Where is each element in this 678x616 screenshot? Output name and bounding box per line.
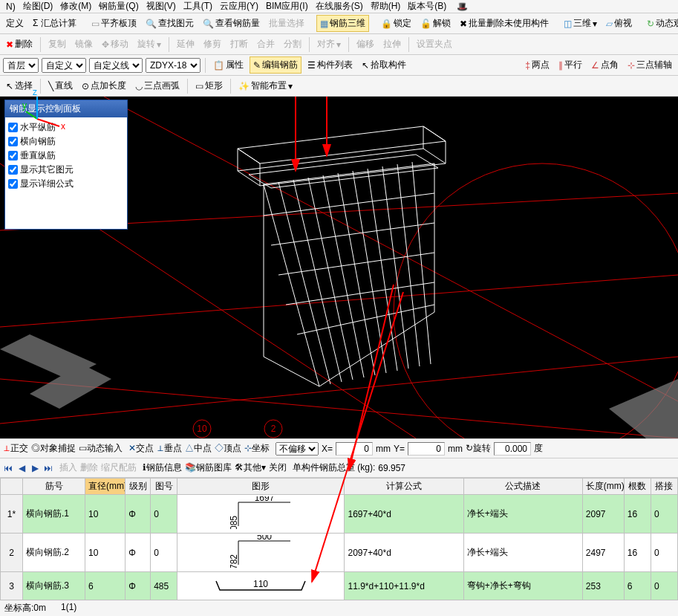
dynamic-view-button[interactable]: ↻动态观 (644, 16, 678, 31)
view-3d-button[interactable]: ◫三维▾ (561, 16, 600, 31)
status-toolbar: ⊥正交 ◎对象捕捉 ▭动态输入 ✕交点 ⊥垂点 △中点 ◇顶点 ⊹坐标 不偏移 … (0, 438, 678, 458)
coord-snap[interactable]: ⊹坐标 (244, 442, 270, 455)
lib-icon: 📚 (185, 462, 196, 473)
perp-snap[interactable]: ⊥垂点 (157, 442, 182, 455)
top-view-button[interactable]: ▱俯视 (603, 16, 635, 31)
table-row[interactable]: 2 横向钢筋.2 10 Φ 0 500 1447 2782 2097+40*d … (1, 534, 678, 572)
y-readout[interactable]: 0 (408, 442, 445, 455)
checkbox[interactable] (8, 151, 18, 161)
component-list-button[interactable]: ☰构件列表 (304, 57, 356, 73)
three-icon: ⊹ (628, 60, 635, 71)
delete-button[interactable]: ✖删除 (3, 36, 36, 52)
stretch-button[interactable]: 拉伸 (380, 36, 404, 52)
mid-snap[interactable]: △中点 (185, 442, 212, 455)
rebar-info-button[interactable]: ℹ钢筋信息 (143, 461, 182, 474)
menu-item[interactable]: 绘图(D) (20, 0, 56, 13)
viewport-3d[interactable]: 10 2 钢筋显示控制面板 水平纵筋 横向钢筋 垂直纵筋 显示其它图元 显示详细… (0, 97, 678, 438)
rebar-table[interactable]: 筋号 直径(mm) 级别 图号 图形 计算公式 公式描述 长度(mm) 根数 搭… (0, 477, 678, 600)
list-icon: ☰ (307, 60, 316, 71)
svg-text:500: 500 (257, 535, 272, 542)
copy-button[interactable]: 复制 (45, 36, 69, 52)
floor-select[interactable]: 首层 (3, 58, 39, 73)
sum-button[interactable]: Σ 汇总计算 (30, 16, 79, 31)
defline-select[interactable]: 自定义线 (89, 58, 143, 73)
menu-item[interactable]: 版本号(B) (405, 0, 449, 13)
break-button[interactable]: 打断 (227, 36, 251, 52)
cursor-icon: ↖ (6, 81, 13, 91)
other-button[interactable]: 🛠其他▾ (235, 461, 266, 474)
point-angle-button[interactable]: ∠点角 (588, 57, 622, 73)
two-point-button[interactable]: ‡两点 (522, 57, 552, 73)
extend-button[interactable]: 延伸 (174, 36, 198, 52)
insert-row-button[interactable]: 插入 (59, 461, 77, 474)
component-select[interactable]: ZDYX-18 (146, 58, 201, 73)
define-button[interactable]: 定义 (3, 16, 27, 31)
search-icon: 🔍 (146, 19, 157, 29)
table-row[interactable]: 3 横向钢筋.3 6 Φ 485 110 11.9*d+110+11.9*d 弯… (1, 572, 678, 600)
checkbox[interactable] (8, 137, 18, 146)
view-rebar-button[interactable]: 🔍查看钢筋量 (200, 16, 263, 31)
last-button[interactable]: ⏭ (43, 463, 53, 473)
table-row[interactable]: 1* 横向钢筋.1 10 Φ 0 1697 3085 1697+40*d 净长+… (1, 495, 678, 534)
menu-item[interactable]: 云应用(Y) (217, 0, 261, 13)
toolbar-2: ✖删除 复制 镜像 ✥移动 旋转▾ 延伸 修剪 打断 合并 分割 对齐▾ 偏移 … (0, 34, 678, 55)
next-button[interactable]: ▶ (30, 463, 40, 473)
move-button[interactable]: ✥移动 (99, 36, 131, 52)
lock-button[interactable]: 🔒锁定 (378, 16, 414, 31)
attributes-button[interactable]: 📋属性 (210, 57, 247, 73)
rotate-button[interactable]: 旋转▾ (134, 36, 164, 52)
dyn-input-toggle[interactable]: ▭动态输入 (79, 442, 123, 455)
grip-button[interactable]: 设置夹点 (414, 36, 455, 52)
angle-icon: ∠ (591, 60, 599, 71)
level-board-button[interactable]: ▭平齐板顶 (88, 16, 140, 31)
menu-item[interactable]: 工具(T) (180, 0, 215, 13)
osnap-toggle[interactable]: ◎对象捕捉 (31, 442, 76, 455)
delete-row-button[interactable]: 删除 (80, 461, 98, 474)
batch-delete-button[interactable]: ✖批量删除未使用构件 (457, 16, 552, 31)
svg-text:z: z (33, 89, 37, 97)
mirror-button[interactable]: 镜像 (72, 36, 96, 52)
x-icon: ✖ (6, 39, 13, 50)
menubar[interactable]: N) 绘图(D) 修改(M) 钢筋量(Q) 视图(V) 工具(T) 云应用(Y)… (0, 0, 678, 13)
find-layer-button[interactable]: 🔍查找图元 (143, 16, 197, 31)
menu-item[interactable]: 帮助(H) (368, 0, 404, 13)
edit-rebar-button[interactable]: ✎编辑钢筋 (250, 56, 301, 74)
pick-component-button[interactable]: ↖拾取构件 (359, 57, 409, 73)
menu-item[interactable]: 钢筋量(Q) (96, 0, 141, 13)
trim-button[interactable]: 修剪 (201, 36, 224, 52)
rebar-lib-button[interactable]: 📚钢筋图库 (185, 461, 232, 474)
unlock-button[interactable]: 🔓解锁 (417, 16, 454, 31)
top-icon: ▱ (606, 19, 613, 29)
vertex-snap[interactable]: ◇顶点 (215, 442, 241, 455)
parallel-button[interactable]: ∥平行 (555, 57, 585, 73)
checkbox[interactable] (8, 165, 18, 175)
close-button[interactable]: 关闭 (269, 461, 287, 474)
split-button[interactable]: 分割 (281, 36, 304, 52)
rotate-readout[interactable]: 0.000 (494, 442, 531, 455)
hardhat-icon: 🎩 (454, 1, 471, 12)
menu-item[interactable]: 在线服务(S) (313, 0, 366, 13)
checkbox[interactable] (8, 123, 18, 132)
prev-button[interactable]: ◀ (16, 463, 27, 473)
rebar-3d-button[interactable]: ▦钢筋三维 (316, 15, 369, 32)
menu-item[interactable]: 视图(V) (143, 0, 179, 13)
svg-text:3085: 3085 (229, 516, 239, 529)
scale-rebar-button[interactable]: 缩尺配筋 (101, 461, 137, 474)
batch-select-button[interactable]: 批量选择 (266, 16, 307, 31)
offset-button[interactable]: 偏移 (353, 36, 377, 52)
custom-select[interactable]: 自定义 (42, 58, 86, 73)
checkbox[interactable] (8, 179, 18, 189)
menu-item[interactable]: N) (3, 1, 19, 12)
ortho-toggle[interactable]: ⊥正交 (3, 442, 28, 455)
offset-mode-select[interactable]: 不偏移 (276, 442, 319, 455)
merge-button[interactable]: 合并 (254, 36, 278, 52)
menu-item[interactable]: BIM应用(I) (263, 0, 311, 13)
first-button[interactable]: ⏮ (3, 463, 13, 473)
align-button[interactable]: 对齐▾ (314, 36, 344, 52)
pick-icon: ↖ (362, 60, 369, 71)
x-readout[interactable]: 0 (336, 442, 373, 455)
menu-item[interactable]: 修改(M) (57, 0, 94, 13)
toolbar-1: 定义 Σ 汇总计算 ▭平齐板顶 🔍查找图元 🔍查看钢筋量 批量选择 ▦钢筋三维 … (0, 13, 678, 34)
intersection-snap[interactable]: ✕交点 (128, 442, 154, 455)
three-aux-button[interactable]: ⊹三点辅轴 (625, 57, 675, 73)
